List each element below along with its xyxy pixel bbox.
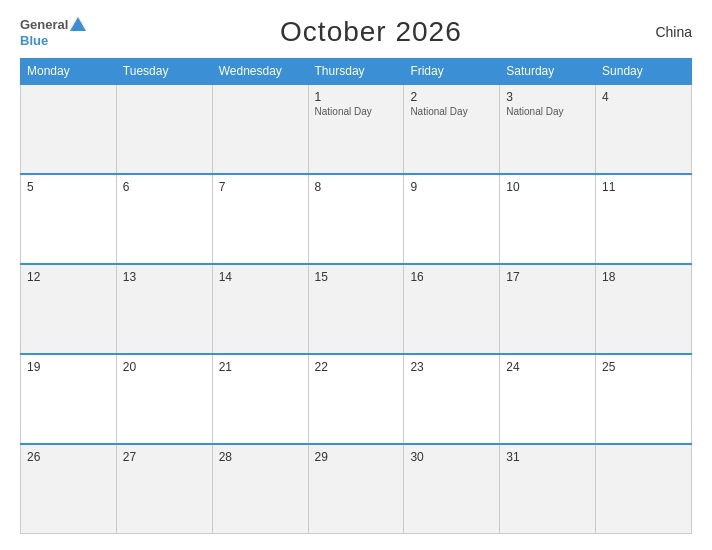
header-cell-saturday: Saturday (500, 59, 596, 85)
day-number: 3 (506, 90, 589, 104)
calendar-cell: 31 (500, 444, 596, 534)
calendar-week-row: 12131415161718 (21, 264, 692, 354)
calendar-header: MondayTuesdayWednesdayThursdayFridaySatu… (21, 59, 692, 85)
day-number: 19 (27, 360, 110, 374)
calendar-cell: 28 (212, 444, 308, 534)
country-label: China (655, 24, 692, 40)
calendar-cell: 15 (308, 264, 404, 354)
logo: General Blue (20, 17, 86, 48)
day-number: 13 (123, 270, 206, 284)
calendar-week-row: 1National Day2National Day3National Day4 (21, 84, 692, 174)
calendar-cell: 14 (212, 264, 308, 354)
calendar-body: 1National Day2National Day3National Day4… (21, 84, 692, 534)
calendar-cell (212, 84, 308, 174)
day-number: 12 (27, 270, 110, 284)
day-number: 25 (602, 360, 685, 374)
calendar-cell: 10 (500, 174, 596, 264)
day-number: 15 (315, 270, 398, 284)
calendar-cell: 9 (404, 174, 500, 264)
calendar-cell: 19 (21, 354, 117, 444)
calendar-cell: 30 (404, 444, 500, 534)
day-number: 20 (123, 360, 206, 374)
day-number: 23 (410, 360, 493, 374)
day-number: 30 (410, 450, 493, 464)
calendar-cell: 18 (596, 264, 692, 354)
calendar-week-row: 19202122232425 (21, 354, 692, 444)
calendar-cell: 23 (404, 354, 500, 444)
header-cell-wednesday: Wednesday (212, 59, 308, 85)
day-event: National Day (410, 106, 493, 117)
calendar-cell: 26 (21, 444, 117, 534)
header-cell-monday: Monday (21, 59, 117, 85)
day-number: 9 (410, 180, 493, 194)
calendar-cell: 3National Day (500, 84, 596, 174)
calendar-cell: 29 (308, 444, 404, 534)
calendar-cell: 20 (116, 354, 212, 444)
calendar-cell: 11 (596, 174, 692, 264)
day-event: National Day (506, 106, 589, 117)
calendar-cell: 27 (116, 444, 212, 534)
day-number: 4 (602, 90, 685, 104)
day-number: 11 (602, 180, 685, 194)
day-number: 18 (602, 270, 685, 284)
calendar-cell: 5 (21, 174, 117, 264)
header-cell-tuesday: Tuesday (116, 59, 212, 85)
calendar-week-row: 262728293031 (21, 444, 692, 534)
calendar-cell: 4 (596, 84, 692, 174)
logo-blue: Blue (20, 33, 48, 48)
day-number: 5 (27, 180, 110, 194)
calendar-cell (21, 84, 117, 174)
day-number: 26 (27, 450, 110, 464)
day-number: 24 (506, 360, 589, 374)
day-number: 6 (123, 180, 206, 194)
calendar-cell: 21 (212, 354, 308, 444)
calendar-week-row: 567891011 (21, 174, 692, 264)
calendar-cell: 25 (596, 354, 692, 444)
day-number: 7 (219, 180, 302, 194)
day-number: 28 (219, 450, 302, 464)
day-number: 31 (506, 450, 589, 464)
header-row: MondayTuesdayWednesdayThursdayFridaySatu… (21, 59, 692, 85)
calendar-cell: 22 (308, 354, 404, 444)
calendar-cell: 16 (404, 264, 500, 354)
calendar-cell: 12 (21, 264, 117, 354)
day-event: National Day (315, 106, 398, 117)
calendar-cell: 13 (116, 264, 212, 354)
day-number: 1 (315, 90, 398, 104)
logo-triangle-icon (70, 17, 86, 31)
calendar-title: October 2026 (280, 16, 462, 48)
calendar-cell: 8 (308, 174, 404, 264)
day-number: 29 (315, 450, 398, 464)
calendar-cell: 7 (212, 174, 308, 264)
day-number: 27 (123, 450, 206, 464)
calendar-cell: 1National Day (308, 84, 404, 174)
calendar-cell (116, 84, 212, 174)
header-cell-thursday: Thursday (308, 59, 404, 85)
day-number: 2 (410, 90, 493, 104)
day-number: 14 (219, 270, 302, 284)
calendar-table: MondayTuesdayWednesdayThursdayFridaySatu… (20, 58, 692, 534)
calendar-cell (596, 444, 692, 534)
calendar-cell: 17 (500, 264, 596, 354)
day-number: 16 (410, 270, 493, 284)
page-header: General Blue October 2026 China (20, 16, 692, 48)
calendar-cell: 24 (500, 354, 596, 444)
calendar-cell: 6 (116, 174, 212, 264)
logo-general: General (20, 17, 68, 32)
calendar-cell: 2National Day (404, 84, 500, 174)
day-number: 17 (506, 270, 589, 284)
day-number: 21 (219, 360, 302, 374)
header-cell-sunday: Sunday (596, 59, 692, 85)
day-number: 8 (315, 180, 398, 194)
day-number: 10 (506, 180, 589, 194)
day-number: 22 (315, 360, 398, 374)
header-cell-friday: Friday (404, 59, 500, 85)
